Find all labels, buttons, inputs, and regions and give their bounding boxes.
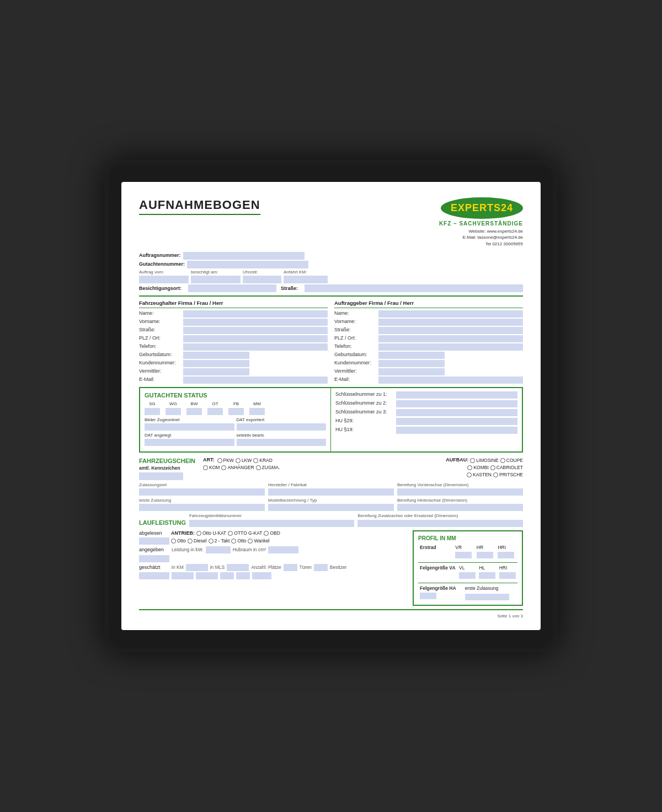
- ag-kunden-input[interactable]: [378, 360, 445, 367]
- ag-email-input[interactable]: [378, 377, 523, 384]
- limosine-radio[interactable]: LIMOSINE: [470, 458, 499, 464]
- letzte-zulassung-input[interactable]: [139, 504, 265, 511]
- fh-vermittler-input[interactable]: [183, 368, 249, 375]
- anfahrt-km-input[interactable]: [284, 276, 328, 283]
- auftrag-vom-item: Auftrag vom:: [139, 270, 189, 283]
- geschaetzt-input[interactable]: [139, 572, 169, 579]
- fb-input[interactable]: [228, 408, 244, 415]
- schluessel2-input[interactable]: [396, 400, 517, 407]
- krad-radio[interactable]: KRAD: [253, 458, 273, 464]
- felge-ha-input[interactable]: [420, 593, 436, 599]
- fh-kunden-input[interactable]: [183, 360, 249, 367]
- hu19-input[interactable]: [396, 427, 517, 434]
- geschaetzt-inputs-row: [139, 572, 408, 579]
- diesel-radio[interactable]: Diesel: [188, 538, 207, 544]
- lkw-radio[interactable]: LKW: [236, 458, 252, 464]
- kasten-radio[interactable]: KASTEN: [467, 472, 492, 478]
- ag-strasse-input[interactable]: [378, 327, 523, 334]
- pkw-radio[interactable]: PKW: [217, 458, 234, 464]
- cabriolet-radio[interactable]: CABRIOLET: [490, 465, 523, 471]
- otto-ukat-radio[interactable]: Otto U-KAT: [196, 530, 226, 536]
- fh-name-input[interactable]: [183, 310, 328, 318]
- bw-input[interactable]: [186, 408, 202, 415]
- hl-input[interactable]: [479, 572, 495, 579]
- kombi-radio[interactable]: KOMBI: [467, 465, 488, 471]
- auftrag-vom-input[interactable]: [139, 276, 189, 283]
- fh-strasse-input[interactable]: [183, 327, 328, 334]
- dat-export-input[interactable]: [237, 423, 327, 431]
- profil-table-2: Felgengröße VA VL HL HRI: [418, 564, 517, 581]
- ag-vorname-input[interactable]: [378, 319, 523, 326]
- zweitakt-radio[interactable]: 2 - Takt: [209, 538, 230, 544]
- vl-input[interactable]: [459, 572, 476, 579]
- tueren-input[interactable]: [314, 564, 328, 571]
- selektiv-input[interactable]: [237, 439, 327, 446]
- otto-radio[interactable]: Otto: [171, 538, 186, 544]
- coupe-radio[interactable]: COUPE: [500, 458, 523, 464]
- besichtigt-am-input[interactable]: [191, 276, 241, 283]
- logo-area: EXPERTS24 KFZ – SACHVERSTÄNDIGE Website:…: [439, 197, 523, 248]
- bilder-input[interactable]: [145, 423, 234, 431]
- tueren-input2[interactable]: [236, 572, 250, 579]
- strasse-input[interactable]: [305, 284, 523, 292]
- zugma-radio[interactable]: ZUGMA.: [256, 465, 280, 471]
- hu29-input[interactable]: [396, 418, 517, 425]
- kom-radio[interactable]: KOM: [203, 465, 220, 471]
- kennzeichen-input[interactable]: [139, 472, 183, 480]
- bereifung-ha-input[interactable]: [397, 504, 523, 511]
- vr-input[interactable]: [455, 552, 472, 558]
- ag-telefon-input[interactable]: [378, 343, 523, 351]
- schluessel1-input[interactable]: [396, 391, 517, 399]
- mls-input2[interactable]: [196, 572, 218, 579]
- kom-circle: [203, 465, 208, 470]
- anhaenger-radio[interactable]: ANHÄNGER: [221, 465, 254, 471]
- ot-input[interactable]: [207, 408, 223, 415]
- fh-geburt-input[interactable]: [183, 352, 249, 359]
- ag-vermittler-input[interactable]: [378, 368, 445, 375]
- plaetze-input[interactable]: [220, 572, 234, 579]
- auftragsnummer-input[interactable]: [183, 252, 305, 260]
- km-input2[interactable]: [172, 572, 194, 579]
- pritsche-radio[interactable]: PRITSCHE: [493, 472, 523, 478]
- besichtigungsort-input[interactable]: [188, 284, 276, 292]
- erste-zulassung-input[interactable]: [465, 594, 509, 600]
- abgelesen-input[interactable]: [139, 537, 169, 545]
- otto2-radio[interactable]: Otto: [231, 538, 246, 544]
- uhrzeit-input[interactable]: [243, 276, 281, 283]
- modell-input[interactable]: [268, 504, 394, 511]
- fh-plz-input[interactable]: [183, 335, 328, 342]
- hubraum-input[interactable]: [268, 546, 298, 553]
- mw-input[interactable]: [249, 408, 265, 415]
- fh-telefon-input[interactable]: [183, 343, 328, 351]
- angegeben-input[interactable]: [139, 555, 169, 562]
- besitzer-input[interactable]: [252, 572, 271, 579]
- in-mls-input[interactable]: [227, 564, 249, 571]
- lauf-fahr-row: LAUFLEISTUNG Fahrzeugidentitätsnummer Be…: [139, 513, 523, 526]
- gutachtennummer-input[interactable]: [187, 261, 308, 268]
- fh-vorname-input[interactable]: [183, 319, 328, 326]
- wg-input[interactable]: [166, 408, 181, 415]
- otto-gkat-radio[interactable]: OTTO G-KAT: [228, 530, 262, 536]
- bereifung-zus-input[interactable]: [357, 520, 523, 527]
- hersteller-input[interactable]: [268, 488, 394, 496]
- ag-email-row: E-Mail:: [334, 377, 523, 384]
- dat-angelegt-input[interactable]: [145, 439, 234, 446]
- ag-geburt-input[interactable]: [378, 352, 445, 359]
- bereifung-va-input[interactable]: [397, 488, 523, 496]
- zulassungsort-input[interactable]: [139, 488, 265, 496]
- ag-name-input[interactable]: [378, 310, 523, 318]
- hr-input[interactable]: [477, 552, 493, 558]
- ag-plz-input[interactable]: [378, 335, 523, 342]
- sg-input[interactable]: [145, 408, 160, 415]
- in-km-input[interactable]: [186, 564, 208, 571]
- wankel-radio[interactable]: Wankel: [248, 538, 269, 544]
- schluessel3-input[interactable]: [396, 409, 517, 416]
- hri2-input[interactable]: [499, 572, 516, 579]
- fahrzeugid-input[interactable]: [189, 520, 355, 527]
- anzahl-input[interactable]: [284, 564, 297, 571]
- fh-email-input[interactable]: [183, 377, 328, 384]
- leistung-input[interactable]: [206, 546, 231, 553]
- hri-input[interactable]: [498, 552, 514, 558]
- fb-item: FB: [228, 401, 244, 415]
- obd-radio[interactable]: OBD: [264, 530, 280, 536]
